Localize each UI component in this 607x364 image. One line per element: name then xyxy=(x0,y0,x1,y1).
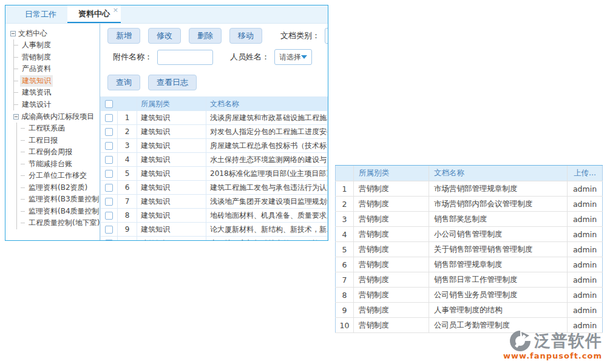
table-row[interactable]: 10建筑知识大厦地下室加气砼墙砌筑工程的施工方... xyxy=(101,237,328,241)
project-item[interactable]: 监理资料(B2资质) xyxy=(17,182,100,194)
col-header-doc-name: 文档名称 xyxy=(429,166,568,181)
row-doc-name: 地砖地面材料、机具准备、质量要求及... xyxy=(206,209,328,223)
project-item-label: 工程质量控制(地下室) xyxy=(27,217,100,229)
table-row[interactable]: 7建筑知识浅谈地产集团开发建设项目监理规划编... xyxy=(101,195,328,209)
row-number: 6 xyxy=(118,181,137,195)
row-uploader: admin xyxy=(568,257,603,272)
row-checkbox[interactable] xyxy=(105,156,113,164)
tree-project-label: 成渝高铁内江标段项目 xyxy=(21,112,94,122)
sidebar-item[interactable]: 人事制度 xyxy=(14,39,100,52)
brand-name: 泛普软件 xyxy=(534,330,602,352)
building-knowledge-table: 所属别类 文档名称 1建筑知识浅谈房屋建筑和市政基础设施工程施工...2建筑知识… xyxy=(100,96,328,240)
table-row[interactable]: 2建筑知识对发包人指定分包的工程施工进度安排... xyxy=(101,125,328,139)
row-checkbox[interactable] xyxy=(105,142,113,150)
row-doc-name: 销售部日常工作管理制度 xyxy=(429,272,568,288)
row-checkbox[interactable] xyxy=(105,226,113,234)
project-item[interactable]: 分工单位工作移交 xyxy=(17,170,100,182)
table-row[interactable]: 3营销制度销售部奖惩制度admin xyxy=(336,212,603,227)
sidebar-item[interactable]: 营销制度 xyxy=(14,52,100,64)
tree-root-document-center[interactable]: 文档中心 xyxy=(10,27,100,39)
table-row[interactable]: 5建筑知识2018标准化监理项目部(业主项目部)人员... xyxy=(101,167,328,181)
table-row[interactable]: 9营销制度人事管理制度的结构admin xyxy=(336,303,603,318)
tree-root-project[interactable]: 成渝高铁内江标段项目 xyxy=(13,110,100,123)
doc-category-label: 文档类别： xyxy=(280,30,320,41)
collapse-icon[interactable] xyxy=(10,31,16,36)
row-checkbox[interactable] xyxy=(105,240,113,240)
row-doc-name: 市场营销部管理规章制度 xyxy=(429,181,568,197)
row-checkbox[interactable] xyxy=(105,128,113,136)
add-button[interactable]: 新增 xyxy=(107,28,140,44)
collapse-icon[interactable] xyxy=(13,114,19,120)
doc-category-select[interactable]: 请选择 xyxy=(325,28,328,44)
fanpu-logo-icon xyxy=(509,329,532,352)
tab-bar: 日常工作 资料中心 × xyxy=(5,5,328,24)
row-category: 营销制度 xyxy=(354,212,429,227)
project-item[interactable]: 工程例会周报 xyxy=(17,146,100,158)
delete-button[interactable]: 删除 xyxy=(189,28,222,44)
row-checkbox[interactable] xyxy=(105,212,113,220)
row-number: 8 xyxy=(118,209,137,223)
table-row[interactable]: 6建筑知识建筑工程施工发包与承包违法行为认定... xyxy=(101,181,328,195)
table-row[interactable]: 5营销制度关于销售部管理销售管理制度admin xyxy=(336,242,603,257)
table-row[interactable]: 8建筑知识地砖地面材料、机具准备、质量要求及... xyxy=(101,209,328,223)
edit-button[interactable]: 修改 xyxy=(148,28,181,44)
project-item[interactable]: 工程日报 xyxy=(17,135,100,147)
attachment-name-input[interactable] xyxy=(157,50,213,65)
row-uploader: admin xyxy=(568,197,603,212)
attachment-name-label: 附件名称： xyxy=(113,52,152,62)
row-number: 1 xyxy=(118,111,137,125)
sidebar-item[interactable]: 建筑资讯 xyxy=(14,87,100,99)
project-item-label: 工程日报 xyxy=(27,135,59,146)
row-category: 建筑知识 xyxy=(137,139,206,153)
row-doc-name: 小公司销售管理制度 xyxy=(429,227,568,242)
row-checkbox[interactable] xyxy=(105,184,113,192)
project-item[interactable]: 监理资料(B4质量控制) xyxy=(17,206,100,218)
sidebar-item[interactable]: 建筑知识 xyxy=(14,75,100,87)
tab-daily-work[interactable]: 日常工作 xyxy=(14,5,67,23)
row-uploader: admin xyxy=(568,212,603,227)
row-uploader: admin xyxy=(568,242,603,257)
view-log-button[interactable]: 查看日志 xyxy=(148,75,197,90)
project-item[interactable]: 工程联系函 xyxy=(17,123,100,135)
table-row[interactable]: 1营销制度市场营销部管理规章制度admin xyxy=(336,181,603,197)
table-row[interactable]: 4建筑知识水土保持生态环境监测网络的建设与资... xyxy=(101,153,328,167)
row-doc-name: 关于销售部管理销售管理制度 xyxy=(429,242,568,257)
sidebar-item[interactable]: 建筑设计 xyxy=(14,99,100,111)
table-row[interactable]: 6营销制度销售部管理规章制度admin xyxy=(336,257,603,272)
row-doc-name: 市场营销部内部会议管理制度 xyxy=(429,197,568,212)
project-item-label: 监理资料(B2资质) xyxy=(27,182,89,194)
project-item[interactable]: 节能减排台账 xyxy=(17,158,100,170)
table-row[interactable]: 7营销制度销售部日常工作管理制度admin xyxy=(336,272,603,288)
table-row[interactable]: 4营销制度小公司销售管理制度admin xyxy=(336,227,603,242)
row-doc-name: 论大厦新材料、新结构、新技术，新工... xyxy=(206,223,328,237)
row-category: 营销制度 xyxy=(354,318,429,333)
sidebar-item[interactable]: 产品资料 xyxy=(14,63,100,75)
row-category: 营销制度 xyxy=(354,303,429,318)
category-tree-sidebar: 文档中心 人事制度营销制度产品资料建筑知识建筑资讯建筑设计 成渝高铁内江标段项目… xyxy=(5,24,100,240)
row-uploader: admin xyxy=(568,272,603,288)
query-button[interactable]: 查询 xyxy=(107,75,140,90)
table-header-row: 所属别类 文档名称 xyxy=(101,97,328,111)
tree-project-children: 工程联系函工程日报工程例会周报节能减排台账分工单位工作移交监理资料(B2资质)监… xyxy=(16,123,100,229)
table-row[interactable]: 2营销制度市场营销部内部会议管理制度admin xyxy=(336,197,603,212)
table-row[interactable]: 3建筑知识房屋建筑工程总承包投标书（技术标）... xyxy=(101,139,328,153)
move-button[interactable]: 移动 xyxy=(229,28,262,44)
row-checkbox[interactable] xyxy=(105,114,113,122)
table-row[interactable]: 9建筑知识论大厦新材料、新结构、新技术，新工... xyxy=(101,223,328,237)
row-doc-name: 销售部奖惩制度 xyxy=(429,212,568,227)
table-row[interactable]: 8营销制度公司销售业务员管理制度admin xyxy=(336,288,603,303)
row-category: 建筑知识 xyxy=(137,111,206,125)
row-category: 建筑知识 xyxy=(137,223,206,237)
tab-data-center[interactable]: 资料中心 × xyxy=(67,5,121,23)
tab-close-icon[interactable]: × xyxy=(113,7,118,13)
project-item[interactable]: 监理资料(B3质量控制) xyxy=(17,194,100,206)
toolbar-row-3: 查询 查看日志 xyxy=(107,75,328,90)
brand-url[interactable]: www.fanpusoft.com xyxy=(503,351,602,360)
row-checkbox[interactable] xyxy=(105,170,113,178)
project-item[interactable]: 工程质量控制(地下室) xyxy=(17,217,100,229)
person-name-select[interactable]: 请选择 xyxy=(274,49,312,65)
table-row[interactable]: 1建筑知识浅谈房屋建筑和市政基础设施工程施工... xyxy=(101,111,328,125)
row-checkbox[interactable] xyxy=(105,198,113,206)
select-all-checkbox[interactable] xyxy=(105,100,113,108)
row-category: 营销制度 xyxy=(354,181,429,197)
